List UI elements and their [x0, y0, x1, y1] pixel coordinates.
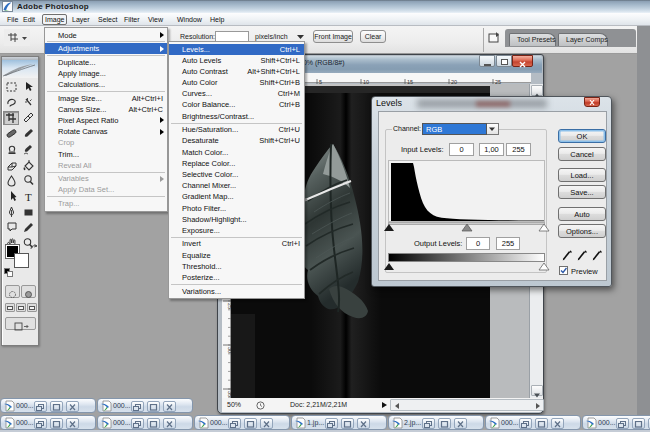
svg-text:T: T: [25, 191, 32, 203]
